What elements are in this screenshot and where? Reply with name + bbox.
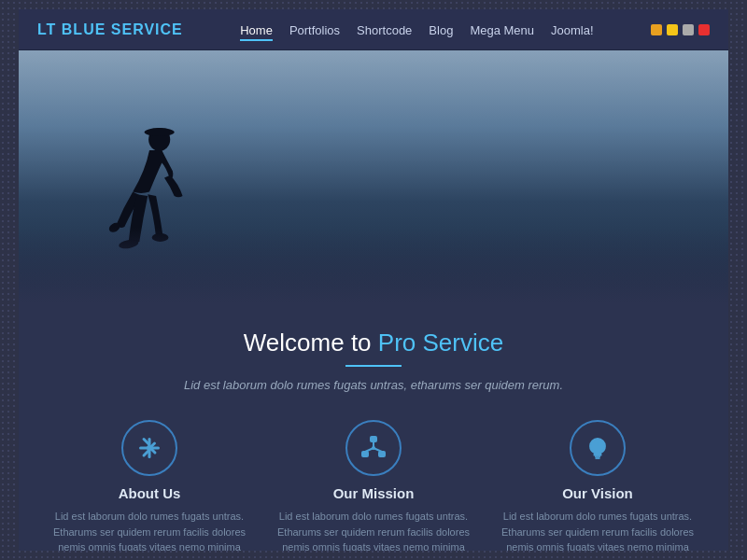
color-icon-red[interactable] [698,24,710,35]
about-us-icon-circle [121,420,177,476]
features-section: About Us Lid est laborum dolo rumes fuga… [19,411,728,551]
color-icon-orange[interactable] [651,24,662,35]
nav-item-joomla[interactable]: Joomla! [551,21,594,38]
brand-logo[interactable]: LT BLUE SERVICE [37,21,183,38]
svg-rect-14 [371,437,376,441]
feature-our-mission: Our Mission Lid est laborum dolo rumes f… [271,420,476,551]
welcome-subtitle: Lid est laborum dolo rumes fugats untras… [37,378,710,392]
color-icon-gray[interactable] [683,24,694,35]
page-wrapper: LT BLUE SERVICE Home Portfolios Shortcod… [0,0,747,560]
feature-our-vision: Our Vision Lid est laborum dolo rumes fu… [495,420,700,551]
nav-link-home[interactable]: Home [240,23,273,41]
navbar-color-icons [651,24,710,35]
bulb-icon [585,435,611,461]
nav-links: Home Portfolios Shortcode Blog Mega Menu… [240,21,593,38]
asterisk-icon [136,435,162,461]
svg-point-20 [372,446,375,450]
welcome-section: Welcome to Pro Service Lid est laborum d… [19,302,728,411]
welcome-divider [345,365,402,367]
our-mission-title: Our Mission [333,485,415,501]
network-icon [360,435,387,461]
our-vision-icon-circle [570,420,626,476]
site-container: LT BLUE SERVICE Home Portfolios Shortcod… [19,9,728,551]
feature-about-us: About Us Lid est laborum dolo rumes fuga… [47,420,252,551]
nav-item-home[interactable]: Home [240,21,273,38]
our-mission-icon-circle [345,420,402,476]
about-us-text: Lid est laborum dolo rumes fugats untras… [47,509,252,551]
nav-item-blog[interactable]: Blog [429,21,453,38]
our-vision-text: Lid est laborum dolo rumes fugats untras… [495,509,700,551]
hero-overlay [19,228,728,302]
svg-rect-8 [139,447,148,450]
nav-link-portfolios[interactable]: Portfolios [289,23,340,37]
svg-rect-15 [362,452,368,456]
hero-section [19,50,728,302]
about-us-title: About Us [119,485,181,501]
welcome-highlight: Pro Service [378,329,503,357]
svg-rect-16 [379,452,385,456]
welcome-prefix: Welcome to [244,329,372,357]
welcome-title: Welcome to Pro Service [37,329,710,357]
svg-point-1 [145,128,175,136]
nav-link-megamenu[interactable]: Mega Menu [470,23,534,37]
nav-link-joomla[interactable]: Joomla! [551,23,594,37]
nav-item-megamenu[interactable]: Mega Menu [470,21,534,38]
nav-item-shortcode[interactable]: Shortcode [357,21,412,38]
nav-link-shortcode[interactable]: Shortcode [357,23,412,37]
nav-item-portfolios[interactable]: Portfolios [289,21,340,38]
navbar: LT BLUE SERVICE Home Portfolios Shortcod… [19,9,728,50]
color-icon-yellow[interactable] [667,24,678,35]
our-vision-title: Our Vision [562,485,633,501]
our-mission-text: Lid est laborum dolo rumes fugats untras… [271,509,476,551]
nav-link-blog[interactable]: Blog [429,23,453,37]
